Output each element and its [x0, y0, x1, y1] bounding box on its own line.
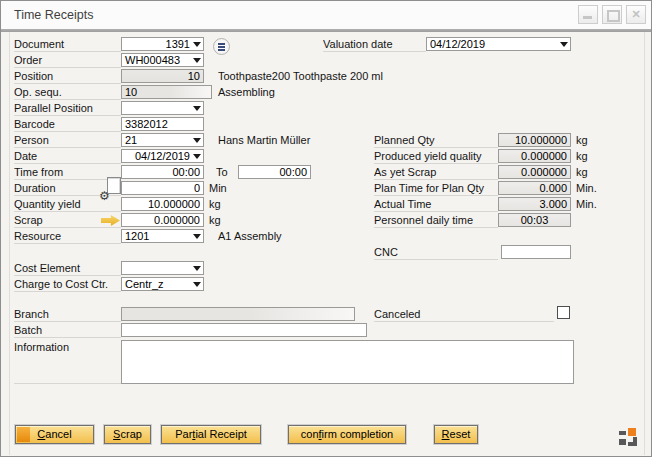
person-field[interactable]: 21 [121, 133, 204, 147]
resource-description-text: A1 Assembly [218, 229, 282, 243]
minimize-icon [583, 16, 592, 19]
document-list-icon[interactable] [213, 38, 230, 55]
time-to-field[interactable]: 00:00 [238, 165, 311, 179]
valuation-date-field[interactable]: 04/12/2019 [426, 37, 571, 51]
reset-button[interactable]: Reset [434, 425, 478, 444]
canceled-checkbox[interactable] [557, 306, 570, 319]
dropdown-arrow-icon [193, 106, 201, 111]
personnel-daily-time-label: Personnel daily time [374, 213, 498, 228]
branch-label: Branch [14, 307, 121, 322]
right-panel-line [644, 32, 645, 455]
information-textarea[interactable] [121, 340, 574, 384]
dropdown-arrow-icon [193, 138, 201, 143]
quantity-yield-label: Quantity yield [14, 197, 121, 212]
left-panel-line [9, 32, 10, 455]
document-field[interactable]: 1391 [121, 37, 204, 51]
window-title: Time Receipts [14, 8, 93, 22]
op-sequ-label: Op. sequ. [14, 85, 121, 100]
title-bar[interactable]: Time Receipts ✕ [1, 1, 651, 29]
scrap-unit: kg [209, 213, 221, 227]
parallel-position-label: Parallel Position [14, 101, 121, 116]
planned-qty-unit: kg [576, 133, 588, 147]
batch-label: Batch [14, 323, 121, 338]
barcode-field[interactable]: 3382012 [121, 117, 204, 131]
actual-time-field: 3.000 [498, 197, 571, 211]
plan-time-for-plan-qty-unit: Min. [576, 181, 597, 195]
duration-unit: Min [209, 181, 227, 195]
maximize-icon [607, 10, 620, 22]
valuation-date-label: Valuation date [323, 37, 426, 52]
time-from-field[interactable]: 00:00 [121, 165, 204, 179]
as-yet-scrap-unit: kg [576, 165, 588, 179]
planned-qty-field: 10.000000 [498, 133, 571, 147]
confirm-completion-button[interactable]: confirm completion [288, 425, 406, 444]
form-resize-grip-icon[interactable] [619, 428, 637, 446]
batch-field[interactable] [121, 323, 367, 337]
order-label: Order [14, 53, 121, 68]
dropdown-arrow-icon [193, 234, 201, 239]
produced-yield-quality-label: Produced yield quality [374, 149, 498, 164]
position-field: 10 [121, 69, 204, 83]
information-label: Information [14, 340, 121, 384]
planned-qty-label: Planned Qty [374, 133, 498, 148]
charge-to-cost-ctr-field[interactable]: Centr_z [121, 277, 204, 291]
position-label: Position [14, 69, 121, 84]
personnel-daily-time-field: 00:03 [498, 213, 571, 227]
resource-field[interactable]: 1201 [121, 229, 204, 243]
canceled-label: Canceled [374, 307, 554, 322]
cnc-label: CNC [374, 245, 498, 260]
resource-label: Resource [14, 229, 121, 244]
time-from-label: Time from [14, 165, 121, 180]
dropdown-arrow-icon [193, 282, 201, 287]
document-label: Document [14, 37, 121, 52]
actual-time-unit: Min. [576, 197, 597, 211]
dropdown-arrow-icon [193, 42, 201, 47]
operation-description-text: Assembling [218, 85, 275, 99]
plan-time-for-plan-qty-field: 0.000 [498, 181, 571, 195]
order-field[interactable]: WH000483 [121, 53, 204, 67]
parallel-position-field[interactable] [121, 101, 204, 115]
date-label: Date [14, 149, 121, 164]
date-field[interactable]: 04/12/2019 [121, 149, 204, 163]
produced-yield-quality-unit: kg [576, 149, 588, 163]
produced-yield-quality-field: 0.000000 [498, 149, 571, 163]
as-yet-scrap-field: 0.000000 [498, 165, 571, 179]
duration-label: Duration [14, 181, 121, 196]
person-name-text: Hans Martin Müller [218, 133, 310, 147]
barcode-label: Barcode [14, 117, 121, 132]
dropdown-arrow-icon [193, 58, 201, 63]
cancel-button[interactable]: Cancel [15, 425, 94, 444]
scrap-field[interactable]: 0.000000 [121, 213, 204, 227]
scrap-button[interactable]: Scrap [104, 425, 151, 444]
partial-receipt-button[interactable]: Partial Receipt [161, 425, 261, 444]
plan-time-for-plan-qty-label: Plan Time for Plan Qty [374, 181, 498, 196]
dropdown-arrow-icon [193, 154, 201, 159]
time-receipts-window: Time Receipts ✕ Document 1391 Valuation … [0, 0, 652, 457]
close-icon: ✕ [627, 6, 645, 23]
cnc-field[interactable] [501, 245, 571, 259]
charge-to-cost-ctr-label: Charge to Cost Ctr. [14, 277, 121, 292]
minimize-button[interactable] [578, 5, 598, 24]
time-to-label: To [216, 165, 228, 179]
window-controls: ✕ [578, 5, 646, 24]
default-button-accent [17, 427, 30, 442]
close-button[interactable]: ✕ [626, 5, 646, 24]
maximize-button[interactable] [602, 5, 622, 24]
branch-field [121, 307, 355, 321]
person-label: Person [14, 133, 121, 148]
actual-time-label: Actual Time [374, 197, 498, 212]
dropdown-arrow-icon [193, 266, 201, 271]
op-sequ-field: 10 [121, 85, 212, 99]
quantity-yield-unit: kg [209, 197, 221, 211]
cost-element-field[interactable] [121, 261, 204, 275]
cost-element-label: Cost Element [14, 261, 121, 276]
quantity-yield-field[interactable]: 10.000000 [121, 197, 204, 211]
dropdown-arrow-icon [560, 42, 568, 47]
as-yet-scrap-label: As yet Scrap [374, 165, 498, 180]
item-description-text: Toothpaste200 Toothpaste 200 ml [218, 69, 383, 83]
title-separator [1, 29, 651, 32]
duration-field[interactable]: 0 [121, 181, 204, 195]
